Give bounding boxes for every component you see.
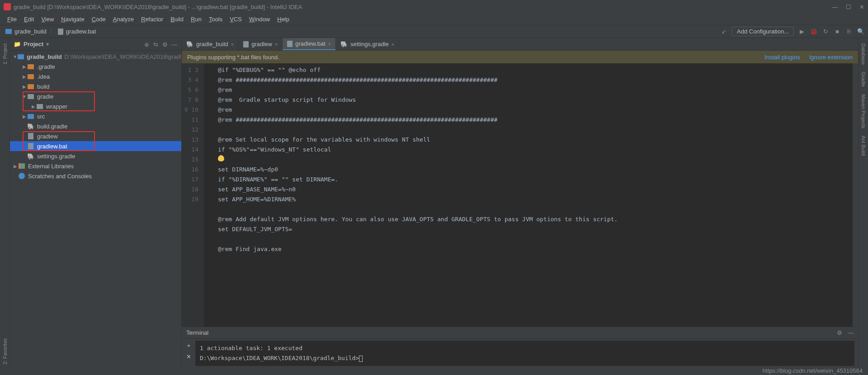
terminal-panel: Terminal ⚙ — ＋ ✕ 1 actionable task: 1 ex… xyxy=(182,327,858,368)
maximize-button[interactable]: ☐ xyxy=(846,4,851,10)
terminal-add-icon[interactable]: ＋ xyxy=(186,342,192,350)
project-panel: 📁 Project ▾ ⊕ ⇆ ⚙ — ▼gradle_buildD:\Work… xyxy=(10,38,182,368)
menu-tools[interactable]: Tools xyxy=(205,15,226,24)
menu-run[interactable]: Run xyxy=(187,15,205,24)
editor-scrollbar[interactable] xyxy=(853,63,858,327)
tool-tab-database[interactable]: Database xyxy=(860,40,867,68)
terminal-body: ＋ ✕ 1 actionable task: 1 executedD:\Work… xyxy=(182,339,858,368)
right-gutter: DatabaseGradleMaven ProjectsAnt Build xyxy=(858,38,868,368)
vcs-icon[interactable]: ⎘ xyxy=(845,28,853,35)
tool-tab-project[interactable]: 1: Project xyxy=(1,40,9,68)
breadcrumb-label: gradlew.bat xyxy=(66,28,96,35)
file-icon xyxy=(58,28,63,35)
menu-view[interactable]: View xyxy=(38,15,57,24)
build-status-icon[interactable]: ↙ xyxy=(720,28,727,35)
tool-tab-maven-projects[interactable]: Maven Projects xyxy=(860,90,867,132)
project-view-dropdown-icon[interactable]: ▾ xyxy=(46,41,49,47)
menu-navigate[interactable]: Navigate xyxy=(57,15,88,24)
tree-item-gradlew[interactable]: gradlew xyxy=(10,131,181,141)
stop-icon[interactable]: ■ xyxy=(834,28,841,35)
tree-root[interactable]: ▼gradle_buildD:\Workspace\IDEA_WORK\IDEA… xyxy=(10,52,181,62)
tree-item--gradle[interactable]: ▶.gradle xyxy=(10,62,181,71)
terminal-close-icon[interactable]: ✕ xyxy=(186,353,191,360)
editor-tabs: 🐘gradle_build×gradlew×gradlew.bat×🐘setti… xyxy=(182,38,858,51)
tab-gradle_build[interactable]: 🐘gradle_build× xyxy=(182,38,239,50)
tab-settings-gradle[interactable]: 🐘settings.gradle× xyxy=(336,38,399,50)
tree-external-libs[interactable]: ▶External Libraries xyxy=(10,161,181,171)
tree-item-build[interactable]: ▶build xyxy=(10,81,181,91)
code-editor[interactable]: @if "%DEBUG%" == "" @echo off @rem #####… xyxy=(204,63,858,327)
toolbar-right: ↙ Add Configuration... ▶ 🐞 ↻ ■ ⎘ 🔍 xyxy=(720,27,864,36)
plugins-banner: Plugins supporting *.bat files found. In… xyxy=(182,51,858,63)
menu-edit[interactable]: Edit xyxy=(20,15,38,24)
nav-toolbar: gradle_build 〉 gradlew.bat ↙ Add Configu… xyxy=(0,25,868,38)
menu-code[interactable]: Code xyxy=(88,15,109,24)
editor-area: 🐘gradle_build×gradlew×gradlew.bat×🐘setti… xyxy=(182,38,858,327)
tree-scratches[interactable]: Scratches and Consoles xyxy=(10,171,181,181)
hide-panel-icon[interactable]: — xyxy=(171,41,178,47)
menu-window[interactable]: Window xyxy=(245,15,274,24)
project-panel-title: Project xyxy=(24,41,43,47)
close-icon[interactable]: × xyxy=(231,42,234,47)
terminal-title: Terminal xyxy=(186,329,208,336)
terminal-tools: ＋ ✕ xyxy=(182,339,195,368)
banner-install-link[interactable]: Install plugins xyxy=(764,54,800,61)
app-icon xyxy=(4,3,11,10)
close-icon[interactable]: × xyxy=(275,42,278,47)
tool-tab-ant-build[interactable]: Ant Build xyxy=(860,132,867,159)
close-icon[interactable]: × xyxy=(328,41,331,47)
terminal-content[interactable]: 1 actionable task: 1 executedD:\Workspac… xyxy=(195,341,854,366)
titlebar: gradle_build [D:\Workspace\IDEA_WORK\IDE… xyxy=(0,0,868,14)
tool-tab-gradle[interactable]: Gradle xyxy=(860,68,867,90)
locate-icon[interactable]: ⊕ xyxy=(144,41,151,47)
debug-icon[interactable]: 🐞 xyxy=(810,28,817,35)
tab-gradlew-bat[interactable]: gradlew.bat× xyxy=(283,38,336,50)
menu-refactor[interactable]: Refactor xyxy=(137,15,167,24)
search-icon[interactable]: 🔍 xyxy=(857,28,864,35)
project-tree[interactable]: ▼gradle_buildD:\Workspace\IDEA_WORK\IDEA… xyxy=(10,51,181,368)
tree-item-wrapper[interactable]: ▶wrapper xyxy=(10,101,181,111)
left-gutter: 1: Project 2: Favorites xyxy=(0,38,10,368)
tool-tab-favorites[interactable]: 2: Favorites xyxy=(1,335,9,368)
hide-terminal-icon[interactable]: — xyxy=(848,329,854,336)
tree-item-build-gradle[interactable]: 🐘build.gradle xyxy=(10,121,181,131)
banner-ignore-link[interactable]: Ignore extension xyxy=(809,54,853,61)
terminal-header: Terminal ⚙ — xyxy=(182,327,858,339)
menu-help[interactable]: Help xyxy=(274,15,293,24)
tree-item-gradlew-bat[interactable]: gradlew.bat xyxy=(10,141,181,151)
banner-message: Plugins supporting *.bat files found. xyxy=(187,54,279,61)
minimize-button[interactable]: — xyxy=(832,4,838,10)
gear-icon[interactable]: ⚙ xyxy=(837,329,842,336)
line-gutter: 1 2 3 4 5 6 7 8 9 10 11 12 13 14 15 16 1… xyxy=(182,63,204,327)
intention-bulb-icon[interactable] xyxy=(218,155,224,161)
menubar: FileEditViewNavigateCodeAnalyzeRefactorB… xyxy=(0,14,868,25)
run-icon[interactable]: ▶ xyxy=(798,28,806,35)
gear-icon[interactable]: ⚙ xyxy=(162,41,169,47)
project-panel-header: 📁 Project ▾ ⊕ ⇆ ⚙ — xyxy=(10,38,181,51)
tree-item-src[interactable]: ▶src xyxy=(10,111,181,121)
tree-item-settings-gradle[interactable]: 🐘settings.gradle xyxy=(10,151,181,161)
tree-item--idea[interactable]: ▶.idea xyxy=(10,71,181,81)
tree-item-gradle[interactable]: ▼gradle xyxy=(10,91,181,101)
run-with-coverage-icon[interactable]: ↻ xyxy=(822,28,829,35)
project-folder-icon: 📁 xyxy=(14,41,21,47)
menu-vcs[interactable]: VCS xyxy=(226,15,245,24)
breadcrumb-root[interactable]: gradle_build xyxy=(4,28,48,35)
breadcrumb-label: gradle_build xyxy=(14,28,47,35)
close-icon[interactable]: × xyxy=(392,42,394,47)
terminal-cursor xyxy=(359,356,363,362)
menu-build[interactable]: Build xyxy=(167,15,187,24)
breadcrumb-file[interactable]: gradlew.bat xyxy=(56,28,98,35)
menu-file[interactable]: File xyxy=(4,15,20,24)
menu-analyze[interactable]: Analyze xyxy=(109,15,137,24)
tab-gradlew[interactable]: gradlew× xyxy=(239,38,283,50)
folder-icon xyxy=(5,29,12,34)
collapse-icon[interactable]: ⇆ xyxy=(153,41,160,47)
close-button[interactable]: ✕ xyxy=(859,4,864,10)
watermark: https://blog.csdn.net/weixin_45310564 xyxy=(763,367,863,374)
breadcrumb-sep: 〉 xyxy=(49,28,55,36)
run-config-dropdown[interactable]: Add Configuration... xyxy=(732,27,794,36)
code-wrap: 1 2 3 4 5 6 7 8 9 10 11 12 13 14 15 16 1… xyxy=(182,63,858,327)
window-controls: — ☐ ✕ xyxy=(832,4,864,10)
window-title: gradle_build [D:\Workspace\IDEA_WORK\IDE… xyxy=(14,4,832,10)
